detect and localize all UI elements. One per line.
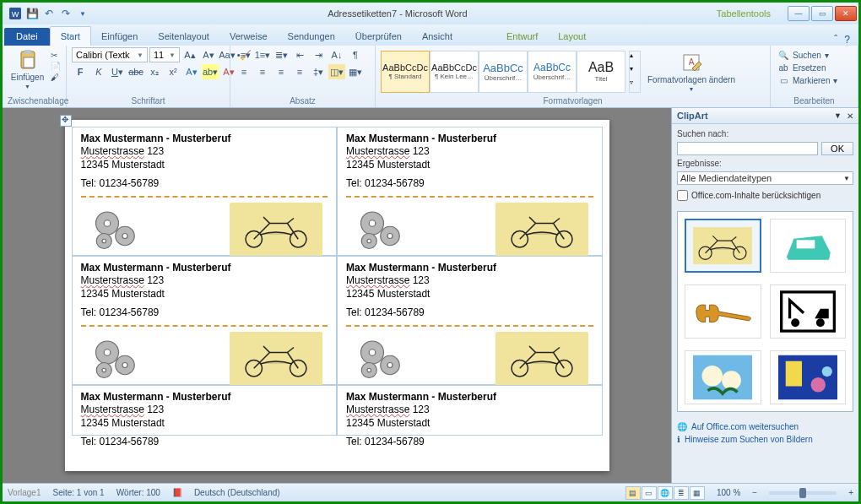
- clipart-towtruck[interactable]: [770, 285, 847, 339]
- gallery-down-icon[interactable]: ▾: [630, 65, 640, 79]
- shading-icon[interactable]: ◫▾: [328, 64, 345, 79]
- align-left-icon[interactable]: ≡: [236, 64, 252, 79]
- indent-dec-icon[interactable]: ⇤: [291, 47, 308, 62]
- view-draft[interactable]: ▦: [690, 486, 705, 500]
- tab-verweise[interactable]: Verweise: [219, 27, 278, 46]
- borders-icon[interactable]: ▦▾: [347, 64, 364, 79]
- tab-ueberpruefen[interactable]: Überprüfen: [345, 27, 412, 46]
- save-icon[interactable]: 💾: [24, 6, 40, 21]
- qat-dropdown-icon[interactable]: ▼: [75, 6, 90, 21]
- clipart-taxi[interactable]: [770, 219, 847, 273]
- styles-gallery[interactable]: AaBbCcDc¶ Standard AaBbCcDc¶ Kein Lee… A…: [381, 51, 625, 93]
- status-words[interactable]: Wörter: 100: [116, 488, 160, 497]
- status-page[interactable]: Seite: 1 von 1: [52, 488, 104, 497]
- justify-icon[interactable]: ≡: [291, 64, 308, 79]
- indent-inc-icon[interactable]: ⇥: [310, 47, 327, 62]
- clipart-roses[interactable]: [685, 350, 761, 404]
- pane-menu-icon[interactable]: ▼: [834, 111, 842, 120]
- style-no-spacing[interactable]: AaBbCcDc¶ Kein Lee…: [430, 51, 479, 93]
- line-spacing-icon[interactable]: ‡▾: [310, 64, 327, 79]
- label-cell[interactable]: Max Mustermann - Musterberuf Musterstras…: [337, 127, 603, 256]
- subscript-icon[interactable]: x₂: [146, 64, 163, 79]
- tab-layout[interactable]: Layout: [548, 27, 596, 46]
- tab-sendungen[interactable]: Sendungen: [278, 27, 345, 46]
- link-search-tips[interactable]: ℹHinweise zum Suchen von Bildern: [677, 435, 853, 444]
- zoom-slider[interactable]: [769, 491, 837, 495]
- copy-icon[interactable]: 📄: [51, 62, 61, 71]
- gallery-up-icon[interactable]: ▴: [630, 51, 640, 65]
- change-styles-button[interactable]: Formatvorlagen ändern▼: [644, 50, 739, 94]
- document-area[interactable]: Max Mustermann - Musterberuf Musterstras…: [3, 108, 671, 483]
- group-para-label: Absatz: [236, 95, 370, 107]
- label-cell[interactable]: Max Mustermann - Musterberuf Musterstras…: [337, 385, 603, 436]
- style-standard[interactable]: AaBbCcDc¶ Standard: [381, 51, 430, 93]
- numbering-icon[interactable]: 1≡▾: [254, 47, 271, 62]
- show-marks-icon[interactable]: ¶: [347, 47, 364, 62]
- shrink-font-icon[interactable]: A▾: [200, 47, 217, 62]
- view-print-layout[interactable]: ▤: [625, 486, 641, 500]
- text-effect-icon[interactable]: A▾: [183, 64, 200, 79]
- label-cell[interactable]: Max Mustermann - Musterberuf Musterstras…: [72, 385, 338, 436]
- zoom-out-icon[interactable]: −: [752, 488, 757, 497]
- tab-einfuegen[interactable]: Einfügen: [91, 27, 148, 46]
- link-office-com[interactable]: 🌐Auf Office.com weitersuchen: [677, 422, 853, 431]
- zoom-level[interactable]: 100 %: [717, 488, 740, 497]
- office-com-checkbox[interactable]: [677, 190, 688, 201]
- tab-entwurf[interactable]: Entwurf: [496, 27, 548, 46]
- clipart-search-input[interactable]: [677, 142, 818, 155]
- status-language[interactable]: Deutsch (Deutschland): [194, 488, 280, 497]
- tab-seitenlayout[interactable]: Seitenlayout: [148, 27, 219, 46]
- minimize-ribbon-icon[interactable]: ˆ: [834, 34, 837, 46]
- bullets-icon[interactable]: •≡▾: [236, 47, 252, 62]
- format-painter-icon[interactable]: 🖌: [51, 73, 61, 82]
- status-proofing-icon[interactable]: 📕: [172, 488, 182, 497]
- label-name: Max Mustermann - Musterberuf: [81, 133, 328, 144]
- media-type-select[interactable]: Alle Mediendateitypen▼: [677, 171, 853, 185]
- style-heading1[interactable]: AaBbCcÜberschrif…: [479, 51, 528, 93]
- zoom-in-icon[interactable]: +: [848, 488, 853, 497]
- help-icon[interactable]: ?: [844, 34, 850, 46]
- tab-ansicht[interactable]: Ansicht: [412, 27, 463, 46]
- underline-icon[interactable]: U▾: [109, 64, 126, 79]
- tab-start[interactable]: Start: [50, 26, 91, 46]
- file-tab[interactable]: Datei: [4, 28, 50, 46]
- style-heading2[interactable]: AaBbCcÜberschrif…: [528, 51, 577, 93]
- pane-close-icon[interactable]: ✕: [847, 111, 853, 121]
- view-outline[interactable]: ≣: [674, 486, 689, 500]
- select-button[interactable]: ▭Markieren ▾: [777, 74, 837, 86]
- find-button[interactable]: 🔍Suchen ▾: [777, 49, 837, 61]
- bold-icon[interactable]: F: [72, 64, 89, 79]
- results-label: Ergebnisse:: [677, 159, 853, 168]
- style-title[interactable]: AaBTitel: [577, 51, 625, 93]
- minimize-button[interactable]: —: [788, 6, 810, 21]
- replace-button[interactable]: abErsetzen: [777, 62, 837, 73]
- clipart-bluepic[interactable]: [770, 350, 847, 404]
- search-ok-button[interactable]: OK: [821, 142, 853, 155]
- label-cell[interactable]: Max Mustermann - Musterberuf Musterstras…: [72, 127, 338, 256]
- align-right-icon[interactable]: ≡: [273, 64, 290, 79]
- undo-icon[interactable]: ↶: [41, 6, 57, 21]
- gallery-more-icon[interactable]: ▿: [630, 79, 640, 92]
- clipart-motorcycle[interactable]: [685, 219, 761, 273]
- view-fullscreen[interactable]: ▭: [642, 486, 657, 500]
- font-size-select[interactable]: 11▼: [149, 47, 180, 62]
- sort-icon[interactable]: A↓: [328, 47, 345, 62]
- close-button[interactable]: ✕: [835, 6, 857, 21]
- superscript-icon[interactable]: x²: [165, 64, 181, 79]
- strike-icon[interactable]: abc: [127, 64, 144, 79]
- label-cell[interactable]: Max Mustermann - Musterberuf Musterstras…: [337, 256, 603, 385]
- align-center-icon[interactable]: ≡: [254, 64, 271, 79]
- paste-button[interactable]: Einfügen ▼: [8, 47, 47, 91]
- label-cell[interactable]: Max Mustermann - Musterberuf Musterstras…: [72, 256, 338, 385]
- clipart-wrench[interactable]: [685, 285, 761, 339]
- redo-icon[interactable]: ↷: [58, 6, 73, 21]
- view-web[interactable]: 🌐: [658, 486, 673, 500]
- italic-icon[interactable]: K: [90, 64, 107, 79]
- highlight-icon[interactable]: ab▾: [202, 64, 219, 79]
- multilevel-icon[interactable]: ≣▾: [273, 47, 290, 62]
- maximize-button[interactable]: ▭: [811, 6, 833, 21]
- cut-icon[interactable]: ✂: [51, 51, 61, 60]
- grow-font-icon[interactable]: A▴: [181, 47, 198, 62]
- label-name: Max Mustermann - Musterberuf: [346, 133, 593, 144]
- font-name-select[interactable]: Calibri (Textk▼: [72, 47, 148, 62]
